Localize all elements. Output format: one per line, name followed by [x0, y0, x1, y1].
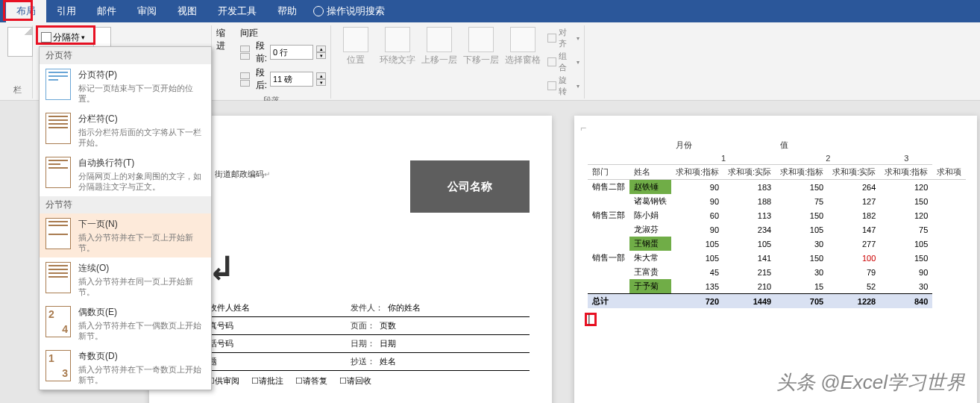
dd-page-break[interactable]: 分页符(P)标记一页结束与下一页开始的位置。 — [40, 64, 211, 108]
spin-up[interactable]: ▴ — [316, 46, 326, 52]
line-numbers-icon[interactable] — [93, 27, 111, 48]
page-2: ⌐ 月份值 123 部门姓名求和项:指标求和项:实际求和项:指标求和项:实际求和… — [574, 116, 977, 403]
table-row: 王富贵45215307990 — [588, 265, 966, 279]
tab-mailings[interactable]: 邮件 — [87, 0, 127, 22]
align-button[interactable]: 对齐▾ — [547, 27, 579, 49]
space-before-input[interactable] — [270, 45, 313, 60]
tab-developer[interactable]: 开发工具 — [207, 0, 267, 22]
column-break-icon — [45, 113, 71, 144]
send-backward-button[interactable]: 下移一层 — [461, 27, 501, 66]
rotate-icon — [547, 81, 556, 90]
pivot-table: 月份值 123 部门姓名求和项:指标求和项:实际求和项:指标求和项:实际求和项:… — [588, 138, 966, 308]
odd-page-icon: 13 — [45, 350, 71, 381]
table-row: 龙淑芬9023410514775 — [588, 222, 966, 237]
tell-me-search[interactable]: 操作说明搜索 — [313, 4, 385, 18]
columns-icon[interactable] — [7, 27, 33, 57]
crop-mark: ⌐ — [580, 122, 586, 134]
spin-down[interactable]: ▾ — [316, 79, 326, 86]
columns-label: 栏 — [7, 83, 28, 97]
dd-text-wrapping[interactable]: 自动换行符(T)分隔网页上的对象周围的文字，如分隔题注文字与正文。 — [40, 152, 211, 196]
table-row: 诸葛钢铁9018875127150 — [588, 194, 966, 208]
table-row: 王钢蛋10510530277105 — [588, 237, 966, 251]
next-page-icon — [45, 218, 71, 249]
breaks-dropdown: 分页符 分页符(P)标记一页结束与下一页开始的位置。 分栏符(C)指示分栏符后面… — [39, 46, 212, 390]
highlight-cursor — [585, 313, 597, 326]
table-total-row: 总计72014497051228840 — [588, 294, 966, 309]
ribbon-tabs: 布局 引用 邮件 审阅 视图 开发工具 帮助 操作说明搜索 — [0, 0, 980, 22]
spacing-label: 间距 — [240, 28, 258, 38]
position-button[interactable]: 位置 — [336, 27, 376, 66]
tab-review[interactable]: 审阅 — [127, 0, 167, 22]
company-name-box: 公司名称 — [410, 160, 530, 213]
space-before-label: 段前: — [256, 40, 267, 65]
group-button[interactable]: 组合▾ — [547, 51, 579, 73]
space-after-input[interactable] — [270, 72, 313, 87]
watermark: 头条 @Excel学习世界 — [776, 369, 965, 396]
continuous-icon — [45, 262, 71, 293]
dd-next-page[interactable]: 下一页(N)插入分节符并在下一页上开始新节。 — [40, 213, 211, 257]
fax-title: 真↲ — [172, 244, 530, 292]
dd-continuous[interactable]: 连续(O)插入分节符并在同一页上开始新节。 — [40, 257, 211, 302]
table-row: 销售一部朱大常105141150100150 — [588, 251, 966, 265]
wrap-icon — [385, 27, 410, 52]
backward-icon — [468, 27, 494, 52]
bring-forward-button[interactable]: 上移一层 — [419, 27, 459, 66]
lightbulb-icon — [313, 6, 324, 16]
position-icon — [343, 27, 368, 52]
text-wrap-icon — [45, 157, 71, 188]
table-row: 于予菊135210155230 — [588, 279, 966, 294]
dd-odd-page[interactable]: 13 奇数页(D)插入分节符并在下一奇数页上开始新节。 — [40, 346, 211, 390]
indent-label: 缩进 — [216, 28, 225, 51]
text-cursor: | — [588, 313, 591, 325]
selection-pane-button[interactable]: 选择窗格 — [503, 27, 543, 66]
spin-down[interactable]: ▾ — [316, 52, 326, 59]
dd-column-break[interactable]: 分栏符(C)指示分栏符后面的文字将从下一栏开始。 — [40, 108, 211, 152]
tab-help[interactable]: 帮助 — [267, 0, 307, 22]
spin-up[interactable]: ▴ — [316, 72, 326, 79]
checkbox-row: ☐紧急 ☐供审阅 ☐请批注 ☐请答复 ☐请回收 — [172, 371, 530, 391]
table-row: 销售二部赵铁锤90183150264120 — [588, 180, 966, 195]
fax-fields: 收件人：收件人姓名发件人：你的姓名 传真：传真号码页面：页数 电话：电话号码日期… — [172, 299, 530, 371]
tab-view[interactable]: 视图 — [167, 0, 207, 22]
tab-references[interactable]: 引用 — [46, 0, 87, 22]
table-row: 销售三部陈小娟60113150182120 — [588, 208, 966, 222]
forward-icon — [427, 27, 452, 52]
dd-section-sectionbreaks: 分节符 — [40, 196, 211, 213]
selection-icon — [510, 27, 535, 52]
highlight-tab — [3, 0, 33, 21]
highlight-breaks — [36, 25, 95, 45]
group-icon — [547, 57, 556, 66]
wrap-text-button[interactable]: 环绕文字 — [377, 27, 418, 66]
align-icon — [547, 34, 556, 43]
even-page-icon: 24 — [45, 306, 71, 337]
space-after-label: 段后: — [256, 66, 267, 92]
rotate-button[interactable]: 旋转▾ — [547, 75, 579, 97]
dd-section-pagebreaks: 分页符 — [40, 47, 211, 64]
dd-even-page[interactable]: 24 偶数页(E)插入分节符并在下一偶数页上开始新节。 — [40, 302, 211, 346]
page-break-icon — [45, 69, 71, 100]
